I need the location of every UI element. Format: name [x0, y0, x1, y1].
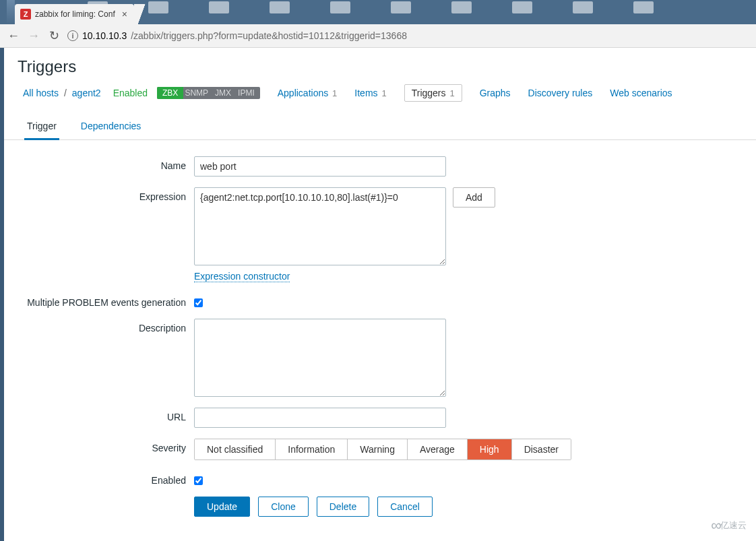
- watermark: ∞亿速云: [711, 517, 747, 534]
- back-icon[interactable]: ←: [7, 29, 20, 42]
- multi-problem-checkbox[interactable]: [194, 298, 203, 307]
- severity-warning[interactable]: Warning: [348, 439, 408, 459]
- site-info-icon[interactable]: i: [67, 30, 78, 41]
- host-bar: All hosts / agent2 Enabled ZBX SNMP JMX …: [4, 84, 756, 111]
- zabbix-favicon: Z: [20, 9, 31, 20]
- tab-title: zabbix for liming: Conf: [35, 9, 115, 19]
- delete-button[interactable]: Delete: [317, 497, 369, 517]
- link-triggers[interactable]: Triggers 1: [404, 84, 462, 102]
- link-items[interactable]: Items 1: [354, 88, 386, 98]
- enabled-checkbox[interactable]: [194, 476, 203, 485]
- forward-icon[interactable]: →: [27, 29, 40, 42]
- severity-selector: Not classified Information Warning Avera…: [194, 439, 571, 460]
- close-icon[interactable]: ×: [122, 9, 127, 20]
- update-button[interactable]: Update: [194, 497, 250, 517]
- url-host: 10.10.10.3: [82, 30, 127, 41]
- label-name: Name: [18, 156, 194, 171]
- proto-jmx: JMX: [215, 88, 231, 98]
- add-button[interactable]: Add: [453, 187, 495, 208]
- protocol-badges: ZBX SNMP JMX IPMI: [157, 87, 260, 99]
- proto-snmp: SNMP: [185, 88, 208, 98]
- label-multi-problem: Multiple PROBLEM events generation: [18, 293, 194, 308]
- expression-field[interactable]: {agent2:net.tcp.port[10.10.10.10,80].las…: [194, 187, 446, 265]
- address-bar: ← → ↻ i 10.10.10.3/zabbix/triggers.php?f…: [0, 24, 756, 48]
- severity-information[interactable]: Information: [276, 439, 348, 459]
- proto-ipmi: IPMI: [238, 88, 255, 98]
- link-host[interactable]: agent2: [72, 88, 101, 98]
- link-graphs[interactable]: Graphs: [480, 88, 511, 98]
- url-field-input[interactable]: [194, 408, 446, 428]
- expression-constructor-link[interactable]: Expression constructor: [194, 271, 290, 282]
- page-title: Triggers: [4, 57, 756, 84]
- link-discovery[interactable]: Discovery rules: [528, 88, 593, 98]
- name-field[interactable]: [194, 156, 446, 177]
- label-url: URL: [18, 408, 194, 422]
- clone-button[interactable]: Clone: [258, 497, 309, 517]
- cancel-button[interactable]: Cancel: [377, 497, 433, 517]
- url-field[interactable]: i 10.10.10.3/zabbix/triggers.php?form=up…: [67, 26, 749, 45]
- severity-not-classified[interactable]: Not classified: [195, 439, 276, 459]
- tab-trigger[interactable]: Trigger: [24, 114, 59, 140]
- severity-average[interactable]: Average: [408, 439, 468, 459]
- tab-dependencies[interactable]: Dependencies: [78, 114, 144, 139]
- url-path: /zabbix/triggers.php?form=update&hostid=…: [131, 30, 407, 41]
- sub-tabs: Trigger Dependencies: [4, 114, 756, 140]
- label-severity: Severity: [18, 439, 194, 453]
- link-web-scenarios[interactable]: Web scenarios: [610, 88, 672, 98]
- status-enabled: Enabled: [113, 88, 148, 98]
- label-enabled: Enabled: [18, 471, 194, 486]
- proto-zbx: ZBX: [157, 87, 183, 99]
- severity-disaster[interactable]: Disaster: [512, 439, 571, 459]
- reload-icon[interactable]: ↻: [47, 29, 61, 42]
- label-expression: Expression: [18, 187, 194, 202]
- browser-tab[interactable]: Z zabbix for liming: Conf ×: [15, 4, 134, 24]
- severity-high[interactable]: High: [468, 439, 512, 459]
- link-applications[interactable]: Applications 1: [278, 88, 338, 98]
- label-description: Description: [18, 319, 194, 333]
- description-field[interactable]: [194, 319, 446, 397]
- link-all-hosts[interactable]: All hosts: [23, 88, 59, 98]
